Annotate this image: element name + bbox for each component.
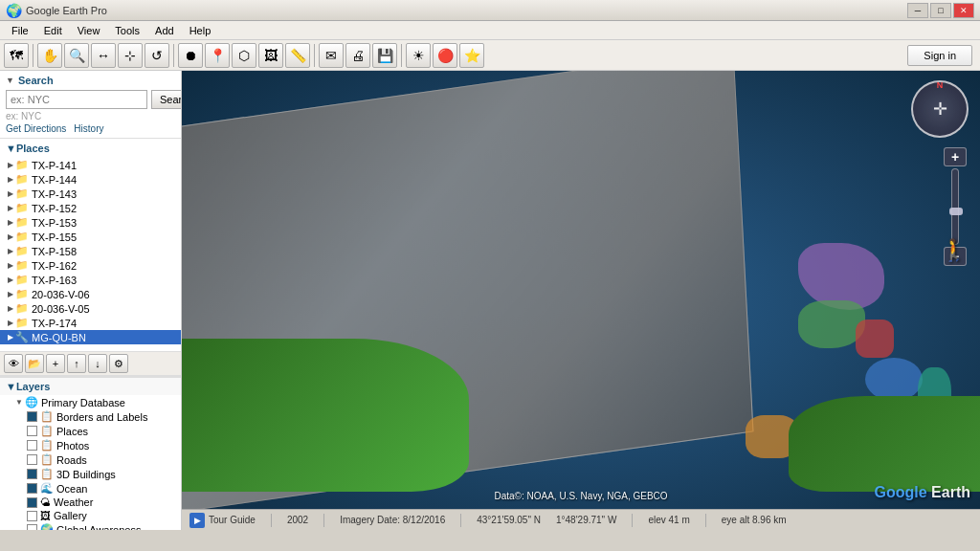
toolbar-save-btn[interactable]: 💾: [372, 43, 397, 68]
menu-edit[interactable]: Edit: [36, 23, 70, 38]
place-item[interactable]: ▶📁TX-P-152: [0, 201, 181, 215]
compass-north: N: [937, 80, 944, 90]
longitude: 1°48'29.71" W: [556, 515, 616, 525]
close-button[interactable]: ✕: [953, 3, 974, 18]
place-item[interactable]: ▶📁20-036-V-05: [0, 301, 181, 316]
toolbar-zoom-btn[interactable]: 🔍: [64, 43, 89, 68]
zoom-slider[interactable]: [951, 168, 959, 245]
layer-item[interactable]: 📋3D Buildings: [0, 467, 181, 481]
layer-checkbox[interactable]: [27, 511, 37, 521]
place-item[interactable]: ▶🔧MG-QU-BN: [0, 330, 181, 344]
menu-help[interactable]: Help: [182, 23, 219, 38]
search-section: ▼ Search Search ex: NYC Get Directions H…: [0, 71, 181, 139]
layer-checkbox[interactable]: [27, 426, 37, 436]
place-arrow: ▶: [8, 276, 13, 284]
compass[interactable]: N ✛: [911, 80, 969, 138]
place-item[interactable]: ▶📁TX-P-153: [0, 215, 181, 230]
status-bar-wrapper: ▶ Tour Guide 2002 Imagery Date: 8/12/201…: [182, 509, 980, 530]
layer-checkbox[interactable]: [27, 454, 37, 465]
layer-item[interactable]: 📋Photos: [0, 438, 181, 452]
search-header[interactable]: ▼ Search: [6, 75, 175, 86]
layer-label: Places: [56, 426, 88, 437]
search-hint: ex: NYC: [6, 111, 175, 121]
toolbar-move-btn[interactable]: ↔: [91, 43, 116, 68]
get-directions-link[interactable]: Get Directions: [6, 123, 66, 134]
layer-item[interactable]: 📋Borders and Labels: [0, 409, 181, 424]
layer-item[interactable]: 🌤Weather: [0, 496, 181, 509]
list-folder-btn[interactable]: 📂: [25, 354, 44, 373]
toolbar-map-btn[interactable]: 🗺: [4, 43, 29, 68]
map-canvas: N ✛ + − 🚶 Data©: NOAA, U.S. Navy, NGA, G…: [182, 71, 980, 530]
toolbar-overlay-btn[interactable]: 🖼: [258, 43, 283, 68]
menu-tools[interactable]: Tools: [107, 23, 147, 38]
layers-header[interactable]: ▼ Layers: [0, 377, 181, 395]
status-divider-3: [460, 514, 461, 527]
gallery-icon: 🖼: [40, 510, 51, 521]
layer-checkbox[interactable]: [27, 440, 37, 451]
layer-item[interactable]: 📋Roads: [0, 452, 181, 467]
toolbar-sun-btn[interactable]: ☀: [406, 43, 431, 68]
menu-file[interactable]: File: [4, 23, 36, 38]
history-link[interactable]: History: [74, 123, 103, 134]
place-item[interactable]: ▶📁TX-P-155: [0, 230, 181, 244]
toolbar-mars-btn[interactable]: 🔴: [433, 43, 457, 68]
search-button[interactable]: Search: [151, 90, 182, 109]
layer-item[interactable]: ▼🌐Primary Database: [0, 395, 181, 409]
tour-icon[interactable]: ▶: [189, 513, 205, 528]
map-area[interactable]: N ✛ + − 🚶 Data©: NOAA, U.S. Navy, NGA, G…: [182, 71, 980, 530]
list-eye-btn[interactable]: 👁: [4, 354, 23, 373]
signin-button[interactable]: Sign in: [907, 45, 972, 66]
place-item[interactable]: ▶📁TX-P-163: [0, 273, 181, 287]
place-item[interactable]: ▶📁TX-P-174: [0, 316, 181, 330]
toolbar-path-btn[interactable]: 📍: [205, 43, 230, 68]
layer-icon: 📋: [40, 453, 54, 466]
place-item[interactable]: ▶📁20-036-V-06: [0, 287, 181, 301]
layer-checkbox[interactable]: [27, 483, 37, 494]
place-item[interactable]: ▶📁TX-P-141: [0, 158, 181, 172]
menubar: File Edit View Tools Add Help: [0, 21, 980, 40]
layers-section: ▼ Layers ▼🌐Primary Database📋Borders and …: [0, 377, 181, 530]
menu-view[interactable]: View: [70, 23, 108, 38]
toolbar-measure-btn[interactable]: 📏: [285, 43, 310, 68]
zoom-thumb: [949, 208, 963, 215]
minimize-button[interactable]: ─: [907, 3, 928, 18]
layer-checkbox[interactable]: [27, 411, 37, 422]
toolbar-email-btn[interactable]: ✉: [319, 43, 344, 68]
menu-add[interactable]: Add: [147, 23, 182, 38]
toolbar-cursor-btn[interactable]: ✋: [37, 43, 62, 68]
toolbar-print-btn[interactable]: 🖨: [345, 43, 370, 68]
layer-checkbox[interactable]: [27, 469, 37, 479]
list-add-btn[interactable]: +: [46, 354, 65, 373]
layer-item[interactable]: 🌍Global Awareness: [0, 522, 181, 530]
toolbar-rotate-btn[interactable]: ↺: [145, 43, 169, 68]
place-item[interactable]: ▶📁TX-P-158: [0, 244, 181, 258]
folder-icon: 📁: [15, 302, 29, 315]
layer-icon: 📋: [40, 410, 54, 423]
layers-list: ▼🌐Primary Database📋Borders and Labels📋Pl…: [0, 395, 181, 530]
place-label: TX-P-144: [32, 174, 77, 186]
folder-icon: 📁: [15, 187, 29, 200]
toolbar-record-btn[interactable]: ⏺: [178, 43, 203, 68]
list-move-down-btn[interactable]: ↓: [88, 354, 107, 373]
place-item[interactable]: ▶📁TX-P-162: [0, 258, 181, 273]
layer-item[interactable]: 🖼Gallery: [0, 509, 181, 522]
layer-checkbox[interactable]: [27, 524, 37, 530]
list-move-up-btn[interactable]: ↑: [67, 354, 86, 373]
places-header[interactable]: ▼ Places: [0, 139, 181, 158]
toolbar-polygon-btn[interactable]: ⬡: [232, 43, 256, 68]
coordinates: 43°21'59.05" N: [477, 515, 541, 525]
layer-checkbox[interactable]: [27, 497, 37, 508]
layer-icon: 📋: [40, 425, 54, 437]
layer-item[interactable]: 🌊Ocean: [0, 481, 181, 496]
search-input[interactable]: [6, 90, 147, 109]
toolbar-tilt-btn[interactable]: ⊹: [118, 43, 143, 68]
place-item[interactable]: ▶📁TX-P-144: [0, 172, 181, 187]
place-arrow: ▶: [8, 175, 13, 184]
list-settings-btn[interactable]: ⚙: [109, 354, 128, 373]
maximize-button[interactable]: □: [930, 3, 951, 18]
toolbar-sky-btn[interactable]: ⭐: [459, 43, 484, 68]
place-item[interactable]: ▶📁TX-P-143: [0, 187, 181, 201]
zoom-in-button[interactable]: +: [944, 147, 967, 166]
layer-item[interactable]: 📋Places: [0, 424, 181, 438]
street-view-person[interactable]: 🚶: [941, 238, 967, 263]
